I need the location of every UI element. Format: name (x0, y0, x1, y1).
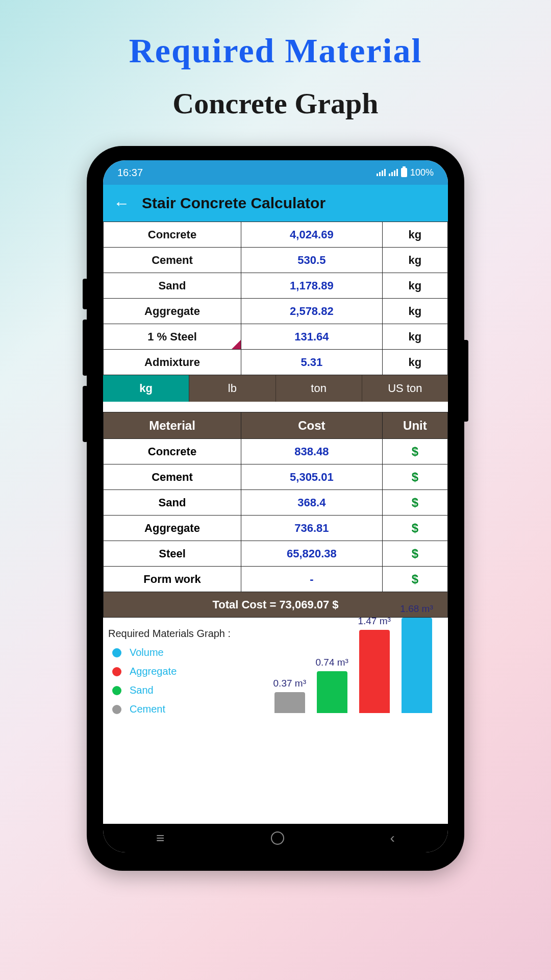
battery-icon (401, 168, 407, 177)
chart-bar: 1.68 m³ (400, 603, 433, 713)
page-heading-main: Required Material (129, 31, 422, 71)
cost-currency: $ (382, 464, 447, 490)
legend-dot-icon (112, 705, 121, 714)
material-value: 131.64 (241, 324, 383, 350)
legend-dot-icon (112, 648, 121, 657)
table-row: Sand1,178.89kg (104, 273, 448, 299)
bar-value-label: 1.47 m³ (358, 616, 390, 627)
unit-tab-US-ton[interactable]: US ton (362, 375, 448, 402)
legend-dot-icon (112, 686, 121, 695)
table-row: Cement530.5kg (104, 248, 448, 273)
table-row: Form work-$ (104, 567, 448, 592)
page-heading-sub: Concrete Graph (172, 86, 378, 120)
android-nav-bar: ≡ ‹ (103, 824, 448, 852)
material-value: 2,578.82 (241, 299, 383, 324)
legend-label: Aggregate (130, 666, 177, 677)
legend-label: Volume (130, 647, 164, 658)
phone-volume-down (83, 386, 88, 442)
app-bar: ← Stair Concrete Calculator (103, 185, 448, 222)
legend-item: Sand (112, 684, 177, 696)
bar-value-label: 1.68 m³ (400, 603, 433, 615)
phone-volume-up (83, 320, 88, 376)
cost-currency: $ (382, 516, 447, 541)
cost-material-label: Concrete (104, 439, 241, 464)
legend-label: Sand (130, 684, 154, 696)
chart-bar: 0.37 m³ (273, 678, 306, 713)
phone-power-button (462, 340, 468, 422)
unit-tabs: kglbtonUS ton (103, 375, 448, 402)
unit-tab-ton[interactable]: ton (276, 375, 362, 402)
bar-rect (274, 692, 305, 713)
cost-value: 736.81 (241, 516, 383, 541)
cost-value: 65,820.38 (241, 541, 383, 567)
dropdown-indicator-icon[interactable] (232, 340, 241, 349)
material-label: Cement (104, 248, 241, 273)
cost-currency: $ (382, 567, 447, 592)
back-icon[interactable]: ‹ (390, 830, 395, 846)
bar-value-label: 0.74 m³ (315, 657, 348, 668)
cost-header-unit: Unit (382, 412, 447, 439)
cost-material-label: Sand (104, 490, 241, 516)
cost-currency: $ (382, 439, 447, 464)
cost-value: 838.48 (241, 439, 383, 464)
table-row: 1 % Steel131.64kg (104, 324, 448, 350)
status-bar: 16:37 100% (103, 160, 448, 185)
bar-rect (359, 630, 390, 713)
app-title: Stair Concrete Calculator (142, 194, 325, 212)
bar-rect (317, 671, 347, 713)
status-time: 16:37 (117, 167, 143, 179)
material-unit: kg (382, 222, 447, 248)
table-row: Cement5,305.01$ (104, 464, 448, 490)
cost-header-cost: Cost (241, 412, 383, 439)
material-value: 1,178.89 (241, 273, 383, 299)
signal-icon (389, 169, 398, 176)
cost-value: - (241, 567, 383, 592)
legend-dot-icon (112, 667, 121, 676)
graph-section: Required Materials Graph : VolumeAggrega… (103, 618, 448, 715)
bar-chart: 0.37 m³0.74 m³1.47 m³1.68 m³ (268, 591, 443, 713)
material-label: Sand (104, 273, 241, 299)
material-unit: kg (382, 350, 447, 375)
table-row: Sand368.4$ (104, 490, 448, 516)
cost-material-label: Cement (104, 464, 241, 490)
unit-tab-kg[interactable]: kg (103, 375, 189, 402)
bar-value-label: 0.37 m³ (273, 678, 306, 689)
material-label: Aggregate (104, 299, 241, 324)
chart-bar: 1.47 m³ (358, 616, 390, 713)
phone-frame: 16:37 100% ← Stair Concrete Calculator C… (87, 146, 464, 871)
legend-item: Cement (112, 703, 177, 715)
signal-icon (377, 169, 386, 176)
unit-tab-lb[interactable]: lb (189, 375, 276, 402)
legend-label: Cement (130, 703, 165, 715)
cost-value: 368.4 (241, 490, 383, 516)
home-icon[interactable] (271, 831, 284, 845)
cost-value: 5,305.01 (241, 464, 383, 490)
table-row: Aggregate736.81$ (104, 516, 448, 541)
phone-side-button (83, 279, 88, 309)
material-value: 5.31 (241, 350, 383, 375)
bar-rect (402, 618, 432, 713)
chart-legend: VolumeAggregateSandCement (112, 647, 177, 715)
cost-currency: $ (382, 490, 447, 516)
cost-material-label: Form work (104, 567, 241, 592)
table-row: Concrete4,024.69kg (104, 222, 448, 248)
recent-apps-icon[interactable]: ≡ (156, 830, 164, 846)
material-unit: kg (382, 273, 447, 299)
material-unit: kg (382, 248, 447, 273)
content-area: Concrete4,024.69kgCement530.5kgSand1,178… (103, 222, 448, 824)
battery-percent: 100% (410, 167, 434, 178)
legend-item: Volume (112, 647, 177, 658)
table-row: Aggregate2,578.82kg (104, 299, 448, 324)
screen: 16:37 100% ← Stair Concrete Calculator C… (103, 160, 448, 852)
legend-item: Aggregate (112, 666, 177, 677)
cost-header-material: Meterial (104, 412, 241, 439)
material-value: 4,024.69 (241, 222, 383, 248)
materials-table: Concrete4,024.69kgCement530.5kgSand1,178… (103, 222, 448, 375)
material-label: Admixture (104, 350, 241, 375)
material-label[interactable]: 1 % Steel (104, 324, 241, 350)
material-label: Concrete (104, 222, 241, 248)
cost-material-label: Aggregate (104, 516, 241, 541)
cost-table: Meterial Cost Unit Concrete838.48$Cement… (103, 412, 448, 618)
back-arrow-icon[interactable]: ← (113, 194, 130, 213)
table-row: Concrete838.48$ (104, 439, 448, 464)
